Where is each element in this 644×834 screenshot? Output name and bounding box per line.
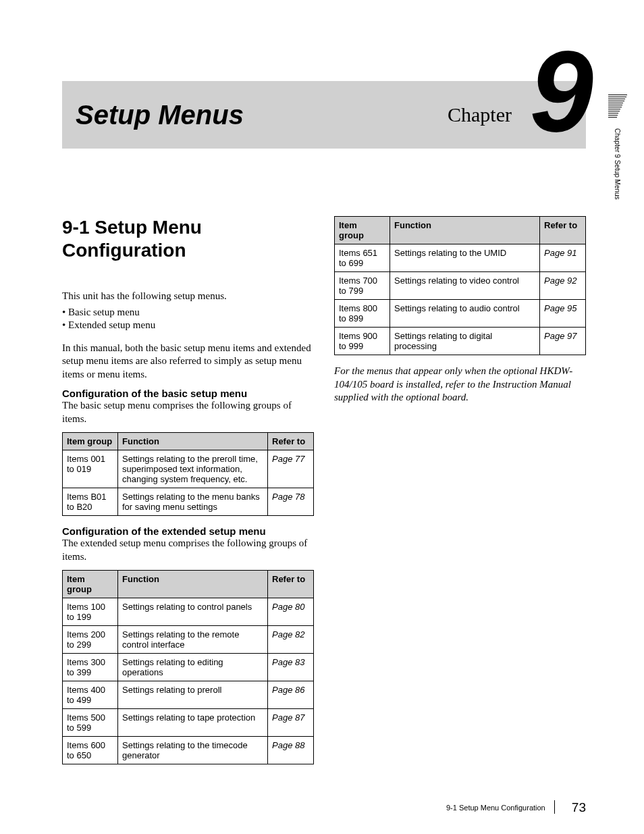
table-row: Items 651 to 699Settings relating to the… bbox=[335, 244, 586, 272]
cell-function: Settings relating to audio control bbox=[390, 300, 540, 328]
chapter-label: Chapter bbox=[448, 103, 512, 126]
thumb-index-decoration bbox=[608, 95, 627, 119]
table-row: Items 200 to 299Settings relating to the… bbox=[63, 626, 314, 654]
cell-item-group: Items 400 to 499 bbox=[63, 681, 118, 709]
chapter-number: 9 bbox=[529, 34, 593, 149]
cell-refer: Page 97 bbox=[540, 328, 586, 355]
cell-refer: Page 78 bbox=[268, 488, 314, 516]
ext-menu-table-right: Itemgroup Function Refer to Items 651 to… bbox=[334, 216, 586, 355]
cell-function: Settings relating to the remote control … bbox=[118, 626, 268, 654]
ext-menu-table-left: Itemgroup Function Refer to Items 100 to… bbox=[62, 570, 314, 764]
banner-title: Setup Menus bbox=[76, 100, 244, 130]
cell-item-group: Items B01 to B20 bbox=[63, 488, 118, 516]
table-row: Items 700 to 799Settings relating to vid… bbox=[335, 272, 586, 300]
side-tab-label: Chapter 9 Setup Menus bbox=[614, 128, 621, 200]
cell-item-group: Items 100 to 199 bbox=[63, 598, 118, 626]
left-column: 9-1 Setup Menu Configuration This unit h… bbox=[62, 216, 314, 774]
basic-config-desc: The basic setup menu comprises the follo… bbox=[62, 399, 314, 425]
cell-function: Settings relating to editing operations bbox=[118, 654, 268, 681]
cell-function: Settings relating to tape protection bbox=[118, 709, 268, 737]
cell-function: Settings relating to the UMID bbox=[390, 244, 540, 272]
table-row: Items 100 to 199Settings relating to con… bbox=[63, 598, 314, 626]
th-refer-to: Refer to bbox=[268, 433, 314, 450]
basic-menu-table: Item group Function Refer to Items 001 t… bbox=[62, 432, 314, 516]
th-item-group: Itemgroup bbox=[335, 217, 390, 244]
cell-function: Settings relating to preroll bbox=[118, 681, 268, 709]
right-column: Itemgroup Function Refer to Items 651 to… bbox=[334, 216, 586, 774]
cell-refer: Page 80 bbox=[268, 598, 314, 626]
cell-refer: Page 95 bbox=[540, 300, 586, 328]
cell-refer: Page 77 bbox=[268, 450, 314, 488]
content-columns: 9-1 Setup Menu Configuration This unit h… bbox=[62, 216, 586, 774]
page-footer: 9-1 Setup Menu Configuration 73 bbox=[62, 800, 586, 815]
cell-refer: Page 91 bbox=[540, 244, 586, 272]
list-item: Extended setup menu bbox=[62, 319, 314, 332]
ext-config-heading: Configuration of the extended setup menu bbox=[62, 525, 314, 537]
th-refer-to: Refer to bbox=[268, 571, 314, 598]
cell-refer: Page 92 bbox=[540, 272, 586, 300]
cell-function: Settings relating to video control bbox=[390, 272, 540, 300]
optional-board-note: For the menus that appear only when the … bbox=[334, 365, 586, 405]
th-function: Function bbox=[118, 433, 268, 450]
table-row: Items 400 to 499Settings relating to pre… bbox=[63, 681, 314, 709]
th-function: Function bbox=[390, 217, 540, 244]
cell-item-group: Items 001 to 019 bbox=[63, 450, 118, 488]
menu-type-list: Basic setup menu Extended setup menu bbox=[62, 306, 314, 332]
cell-item-group: Items 500 to 599 bbox=[63, 709, 118, 737]
list-item: Basic setup menu bbox=[62, 306, 314, 319]
cell-function: Settings relating to the menu banks for … bbox=[118, 488, 268, 516]
cell-function: Settings relating to control panels bbox=[118, 598, 268, 626]
cell-refer: Page 82 bbox=[268, 626, 314, 654]
th-refer-to: Refer to bbox=[540, 217, 586, 244]
cell-item-group: Items 651 to 699 bbox=[335, 244, 390, 272]
cell-function: Settings relating to digital processing bbox=[390, 328, 540, 355]
paragraph: In this manual, both the basic setup men… bbox=[62, 342, 314, 382]
cell-item-group: Items 800 to 899 bbox=[335, 300, 390, 328]
chapter-banner: Setup Menus Chapter bbox=[62, 81, 586, 149]
table-row: Items 900 to 999Settings relating to dig… bbox=[335, 328, 586, 355]
cell-item-group: Items 700 to 799 bbox=[335, 272, 390, 300]
ext-config-desc: The extended setup menu comprises the fo… bbox=[62, 537, 314, 563]
page-number: 73 bbox=[572, 800, 586, 814]
table-row: Items 600 to 650Settings relating to the… bbox=[63, 737, 314, 764]
cell-refer: Page 87 bbox=[268, 709, 314, 737]
th-item-group: Item group bbox=[63, 433, 118, 450]
section-heading: 9-1 Setup Menu Configuration bbox=[62, 216, 314, 261]
table-row: Items 300 to 399Settings relating to edi… bbox=[63, 654, 314, 681]
table-row: Items B01 to B20Settings relating to the… bbox=[63, 488, 314, 516]
basic-config-heading: Configuration of the basic setup menu bbox=[62, 388, 314, 399]
table-row: Items 800 to 899Settings relating to aud… bbox=[335, 300, 586, 328]
table-row: Items 500 to 599Settings relating to tap… bbox=[63, 709, 314, 737]
footer-section: 9-1 Setup Menu Configuration bbox=[446, 804, 545, 812]
intro-text: This unit has the following setup menus. bbox=[62, 290, 314, 303]
cell-item-group: Items 300 to 399 bbox=[63, 654, 118, 681]
table-row: Items 001 to 019Settings relating to the… bbox=[63, 450, 314, 488]
cell-item-group: Items 200 to 299 bbox=[63, 626, 118, 654]
cell-refer: Page 86 bbox=[268, 681, 314, 709]
cell-item-group: Items 900 to 999 bbox=[335, 328, 390, 355]
cell-function: Settings relating to the timecode genera… bbox=[118, 737, 268, 764]
cell-item-group: Items 600 to 650 bbox=[63, 737, 118, 764]
cell-function: Settings relating to the preroll time, s… bbox=[118, 450, 268, 488]
cell-refer: Page 88 bbox=[268, 737, 314, 764]
cell-refer: Page 83 bbox=[268, 654, 314, 681]
th-item-group: Itemgroup bbox=[63, 571, 118, 598]
th-function: Function bbox=[118, 571, 268, 598]
